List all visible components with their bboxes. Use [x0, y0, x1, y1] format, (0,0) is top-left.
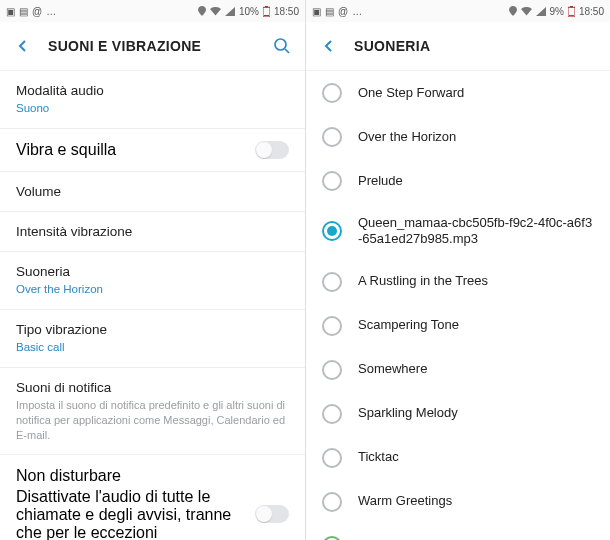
- row-label: Modalità audio: [16, 83, 289, 98]
- clipboard-icon: ▤: [325, 6, 334, 17]
- ringtone-option[interactable]: Scampering Tone: [306, 304, 610, 348]
- radio-icon[interactable]: [322, 171, 342, 191]
- row-notification-sounds[interactable]: Suoni di notifica Imposta il suono di no…: [0, 368, 305, 455]
- image-icon: ▣: [6, 6, 15, 17]
- row-audio-mode[interactable]: Modalità audio Suono: [0, 71, 305, 128]
- ringtone-list: One Step ForwardOver the HorizonPreludeQ…: [306, 71, 610, 540]
- svg-rect-7: [569, 15, 574, 16]
- ringtone-name: One Step Forward: [358, 85, 464, 101]
- ringtone-option[interactable]: One Step Forward: [306, 71, 610, 115]
- battery-percent: 10%: [239, 6, 259, 17]
- phone-left: ▣ ▤ @ … 10% 18:50 SUONI E VIBRAZION: [0, 0, 305, 540]
- toggle-dnd[interactable]: [255, 505, 289, 523]
- ringtone-option[interactable]: Queen_mamaa-cbc505fb-f9c2-4f0c-a6f3-65a1…: [306, 203, 610, 260]
- row-label: Suoni di notifica: [16, 380, 289, 395]
- row-value: Basic call: [16, 340, 289, 355]
- clock: 18:50: [579, 6, 604, 17]
- title-bar: SUONI E VIBRAZIONE: [0, 22, 305, 70]
- radio-icon[interactable]: [322, 448, 342, 468]
- search-button[interactable]: [271, 35, 293, 57]
- status-bar: ▣ ▤ @ … 9% 18:50: [306, 0, 610, 22]
- ringtone-name: Sparkling Melody: [358, 405, 458, 421]
- radio-icon[interactable]: [322, 83, 342, 103]
- row-label: Intensità vibrazione: [16, 224, 289, 239]
- ringtone-option[interactable]: Sparkling Melody: [306, 392, 610, 436]
- svg-line-4: [285, 49, 289, 53]
- wifi-icon: [521, 7, 532, 16]
- at-icon: @: [338, 6, 348, 17]
- row-description: Imposta il suono di notifica predefinito…: [16, 398, 289, 443]
- clock: 18:50: [274, 6, 299, 17]
- more-icon: …: [352, 6, 362, 17]
- wifi-icon: [210, 7, 221, 16]
- svg-point-3: [275, 39, 286, 50]
- row-label: Vibra e squilla: [16, 141, 255, 159]
- plus-icon: [322, 536, 342, 541]
- ringtone-option[interactable]: Ticktac: [306, 436, 610, 480]
- row-label: Tipo vibrazione: [16, 322, 289, 337]
- page-title: SUONERIA: [354, 38, 598, 54]
- row-vibrate-and-ring[interactable]: Vibra e squilla: [0, 129, 305, 171]
- row-label: Volume: [16, 184, 289, 199]
- row-vibration-pattern[interactable]: Tipo vibrazione Basic call: [0, 310, 305, 367]
- phone-right: ▣ ▤ @ … 9% 18:50 SUONERIA: [305, 0, 610, 540]
- image-icon: ▣: [312, 6, 321, 17]
- more-icon: …: [46, 6, 56, 17]
- row-description: Disattivate l'audio di tutte le chiamate…: [16, 488, 255, 540]
- location-icon: [198, 6, 206, 16]
- ringtone-name: Somewhere: [358, 361, 427, 377]
- row-value: Over the Horizon: [16, 282, 289, 297]
- radio-icon[interactable]: [322, 316, 342, 336]
- add-from-storage[interactable]: Aggiungi da memoria dispos.: [306, 524, 610, 541]
- at-icon: @: [32, 6, 42, 17]
- clipboard-icon: ▤: [19, 6, 28, 17]
- title-bar: SUONERIA: [306, 22, 610, 70]
- ringtone-option[interactable]: Prelude: [306, 159, 610, 203]
- row-do-not-disturb[interactable]: Non disturbare Disattivate l'audio di tu…: [0, 455, 305, 540]
- ringtone-option[interactable]: Over the Horizon: [306, 115, 610, 159]
- radio-icon[interactable]: [322, 272, 342, 292]
- settings-list: Modalità audio Suono Vibra e squilla Vol…: [0, 71, 305, 540]
- back-button[interactable]: [12, 35, 34, 57]
- location-icon: [509, 6, 517, 16]
- row-ringtone[interactable]: Suoneria Over the Horizon: [0, 252, 305, 309]
- ringtone-name: Warm Greetings: [358, 493, 452, 509]
- signal-icon: [536, 7, 546, 16]
- signal-icon: [225, 7, 235, 16]
- ringtone-name: Ticktac: [358, 449, 399, 465]
- ringtone-name: Queen_mamaa-cbc505fb-f9c2-4f0c-a6f3-65a1…: [358, 215, 594, 248]
- toggle-vibrate[interactable]: [255, 141, 289, 159]
- ringtone-name: A Rustling in the Trees: [358, 273, 488, 289]
- back-button[interactable]: [318, 35, 340, 57]
- ringtone-name: Over the Horizon: [358, 129, 456, 145]
- radio-icon[interactable]: [322, 360, 342, 380]
- svg-rect-2: [264, 15, 269, 16]
- ringtone-option[interactable]: Somewhere: [306, 348, 610, 392]
- status-bar: ▣ ▤ @ … 10% 18:50: [0, 0, 305, 22]
- row-value: Suono: [16, 101, 289, 116]
- row-volume[interactable]: Volume: [0, 172, 305, 211]
- row-label: Non disturbare: [16, 467, 255, 485]
- radio-icon[interactable]: [322, 127, 342, 147]
- radio-icon[interactable]: [322, 404, 342, 424]
- radio-icon[interactable]: [322, 492, 342, 512]
- row-label: Suoneria: [16, 264, 289, 279]
- ringtone-option[interactable]: Warm Greetings: [306, 480, 610, 524]
- row-vibration-intensity[interactable]: Intensità vibrazione: [0, 212, 305, 251]
- ringtone-name: Scampering Tone: [358, 317, 459, 333]
- page-title: SUONI E VIBRAZIONE: [48, 38, 257, 54]
- ringtone-name: Prelude: [358, 173, 403, 189]
- radio-icon[interactable]: [322, 221, 342, 241]
- battery-percent: 9%: [550, 6, 564, 17]
- ringtone-option[interactable]: A Rustling in the Trees: [306, 260, 610, 304]
- battery-icon: [568, 6, 575, 17]
- battery-icon: [263, 6, 270, 17]
